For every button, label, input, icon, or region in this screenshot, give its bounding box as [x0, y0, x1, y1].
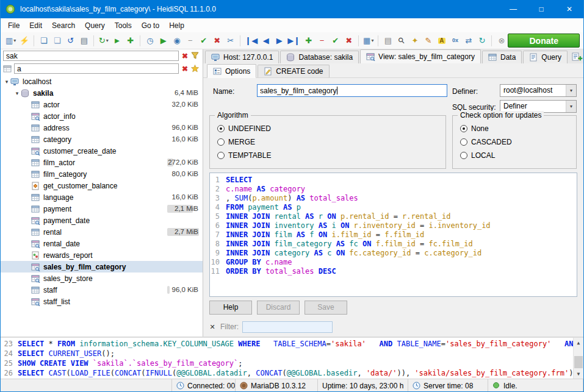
chevron-down-icon[interactable]: ▾ [566, 101, 576, 112]
tree-item-rewards-report[interactable]: rewards_report [1, 249, 203, 261]
clear-object-filter-button[interactable]: ✖ [181, 65, 189, 73]
rec-next-button[interactable]: ▶ [273, 34, 286, 48]
close-filter-icon[interactable]: ✕ [208, 323, 217, 331]
minimize-button[interactable]: — [499, 0, 527, 18]
tab-data[interactable]: Data [482, 51, 522, 63]
rec-post-button[interactable]: ✔ [329, 34, 342, 48]
menu-query[interactable]: Query [80, 20, 110, 32]
tree-item-film-category[interactable]: film_category80,0 KiB [1, 168, 203, 180]
tree-item-staff-list[interactable]: staff_list [1, 296, 203, 307]
filter-input[interactable] [242, 321, 333, 333]
cancel-button[interactable]: ✖ [211, 34, 223, 48]
tab-query[interactable]: Query [523, 51, 568, 63]
radio-local[interactable]: LOCAL [460, 151, 576, 160]
donate-button[interactable]: Donate [508, 34, 580, 48]
export-button[interactable]: ▤ [381, 34, 394, 48]
log-scrollbar[interactable]: ▲ ▼ [573, 338, 583, 379]
session-manager-button[interactable]: ▥▾ [4, 34, 17, 48]
favorites-icon[interactable] [191, 65, 200, 73]
refresh-button[interactable]: ↻▾ [97, 34, 110, 48]
help-button[interactable]: Help [209, 301, 252, 315]
rec-prev-button[interactable]: ◀ [259, 34, 272, 48]
radio-undefined[interactable]: UNDEFINED [217, 124, 445, 133]
tree-item-localhost[interactable]: localhost [1, 76, 203, 87]
switch-button[interactable]: ⇄ [462, 34, 475, 48]
chevron-down-icon[interactable]: ▾ [566, 85, 576, 96]
menu-edit[interactable]: Edit [24, 20, 47, 32]
create-new-button[interactable]: ✚ [124, 34, 137, 48]
filter-icon[interactable] [191, 52, 200, 60]
maximize-button[interactable]: □ [527, 0, 555, 18]
key-button[interactable]: ✦ [408, 34, 421, 48]
tree-item-rental-date[interactable]: rental_date [1, 238, 203, 249]
scroll-up-icon[interactable]: ▲ [574, 338, 583, 347]
execute-button[interactable]: ▶ [157, 34, 170, 48]
data-grid-button[interactable]: ▦▾ [362, 34, 375, 48]
tree-item-actor-info[interactable]: actor_info [1, 110, 203, 122]
tree-item-actor[interactable]: actor32,0 KiB [1, 99, 203, 110]
menu-file[interactable]: File [3, 20, 24, 32]
edit-button[interactable]: ✎ [422, 34, 434, 48]
tree-item-rental[interactable]: rental2,7 MiB [1, 226, 203, 238]
tree-item-address[interactable]: address96,0 KiB [1, 122, 203, 134]
collapse-arrow-icon[interactable] [13, 90, 21, 96]
tree-item-sales-by-film-category[interactable]: sales_by_film_category [1, 261, 203, 273]
tree-item-get-customer-balance[interactable]: get_customer_balance [1, 180, 203, 191]
view-name-input[interactable]: sales_by_film_category [257, 84, 447, 97]
object-filter-input[interactable]: a [14, 63, 179, 74]
rec-cancel-button[interactable]: ✖ [342, 34, 355, 48]
radio-none[interactable]: None [460, 124, 576, 133]
disconnect-button[interactable]: ⚡ [18, 34, 31, 48]
rec-last-button[interactable]: ▶❙ [286, 34, 301, 48]
clear-table-filter-button[interactable]: ✖ [181, 52, 189, 60]
info-button[interactable]: ◉ [170, 34, 183, 48]
rec-first-button[interactable]: ❙◀ [243, 34, 259, 48]
rec-insert-button[interactable]: ✚ [302, 34, 315, 48]
save-button[interactable]: Save [305, 301, 347, 315]
print-button[interactable]: ▤ [78, 34, 90, 48]
subtab-options[interactable]: Options [207, 64, 256, 78]
scroll-down-icon[interactable]: ▼ [574, 369, 583, 379]
user-manager-button[interactable]: ► [110, 34, 123, 48]
tab-host-127-0-0-1[interactable]: Host: 127.0.0.1 [205, 51, 279, 63]
tree-item-sakila[interactable]: sakila6,4 MiB [1, 87, 203, 99]
tree-item-payment-date[interactable]: payment_date [1, 215, 203, 226]
hex-button[interactable]: 0x [449, 34, 461, 48]
table-filter-input[interactable]: sak [3, 51, 179, 61]
highlight-button[interactable]: A [435, 34, 448, 48]
tab-view-sales-by-film-category[interactable]: View: sales_by_film_category [360, 49, 481, 63]
collapse-arrow-icon[interactable] [3, 79, 10, 85]
tree-item-payment[interactable]: payment2,1 MiB [1, 203, 203, 215]
rec-delete-button[interactable]: − [315, 34, 328, 48]
tree-item-category[interactable]: category16,0 KiB [1, 134, 203, 145]
find-button[interactable]: ⚲ [395, 34, 408, 48]
tree-item-staff[interactable]: staff96,0 KiB [1, 284, 203, 296]
radio-merge[interactable]: MERGE [217, 138, 445, 146]
menu-search[interactable]: Search [47, 20, 80, 32]
copy-button[interactable]: ❏ [37, 34, 50, 48]
discard-button[interactable]: Discard [257, 301, 300, 315]
menu-help[interactable]: Help [164, 20, 189, 32]
tree-item-language[interactable]: language16,0 KiB [1, 191, 203, 203]
apply-button[interactable]: ✔ [197, 34, 210, 48]
undo-button[interactable]: ↺ [64, 34, 77, 48]
abort-button[interactable]: ⊗ [495, 34, 508, 48]
subtab-create-code[interactable]: CREATE code [258, 65, 329, 77]
view-sql-editor[interactable]: 1SELECT2c.name AS category3, SUM(p.amoun… [209, 173, 577, 297]
reload-button[interactable]: ↻ [475, 34, 488, 48]
cut-button[interactable]: ✂ [224, 34, 237, 48]
radio-temptable[interactable]: TEMPTABLE [217, 151, 445, 160]
definer-select[interactable]: root@localhost ▾ [500, 84, 577, 97]
new-query-tab-button[interactable]: ✚ [571, 52, 583, 62]
tree-item-sales-by-store[interactable]: sales_by_store [1, 273, 203, 284]
scrollbar-thumb[interactable] [574, 356, 583, 368]
radio-cascaded[interactable]: CASCADED [460, 138, 576, 146]
tab-database-sakila[interactable]: Database: sakila [280, 51, 359, 63]
timer-button[interactable]: ◷ [143, 34, 156, 48]
menu-tools[interactable]: Tools [110, 20, 137, 32]
minus-button[interactable]: − [184, 34, 196, 48]
close-button[interactable]: ✕ [555, 0, 583, 18]
tree-item-customer-create-date[interactable]: customer_create_date [1, 145, 203, 157]
menu-go-to[interactable]: Go to [137, 20, 164, 32]
copy-insert-button[interactable]: ❏ [51, 34, 63, 48]
